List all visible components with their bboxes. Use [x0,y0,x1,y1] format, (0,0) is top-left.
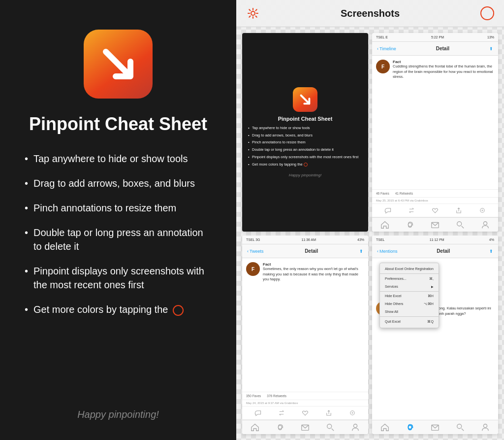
menu-shortcut: ⌥⌘H [424,302,434,306]
battery-2: 13% [487,35,494,39]
like-icon-2[interactable] [432,207,439,214]
nav-back-2[interactable]: ‹ Timeline [377,46,396,51]
at-tab-2[interactable] [406,220,414,229]
battery-3: 43% [357,238,364,241]
svg-point-4 [457,222,462,226]
retweet-icon-2[interactable] [408,207,415,214]
ss1-cheat-list: Tap anywhere to hide or show tools Drag … [248,126,362,169]
ss1-footer: Happy pinpointing! [289,173,321,177]
tweet-user-row-2: F Fact Cuddling strengthens the frontal … [376,60,494,80]
home-tab-2[interactable] [380,220,389,229]
retweets-2: 41 Retweets [395,192,413,195]
nav-back-4[interactable]: ‹ Mentions [377,249,398,254]
app-icon [84,30,153,99]
menu-label: Services [385,285,398,288]
list-item-color: Get more colors by tapping the [25,303,212,316]
tweet-content-2: F Fact Cuddling strengthens the frontal … [372,56,498,189]
bottom-tab-bar-4 [372,420,498,434]
menu-separator [380,273,439,274]
footer-text: Happy pinpointing! [77,399,159,420]
nav-bar-2: ‹ Timeline Detail ⬆ [372,42,498,56]
ss1-title: Pinpoint Cheat Sheet [278,116,333,122]
retweet-icon-3[interactable] [278,409,285,416]
ss1-item: Pinch annotations to resize them [248,140,362,145]
mail-tab-3[interactable] [301,423,310,432]
bottom-tab-bar-3 [242,420,368,434]
share-icon-3[interactable] [325,409,332,416]
faves-2: 46 Faves [376,192,389,195]
menu-label: Preferences... [385,277,407,281]
reply-icon-3[interactable] [254,409,261,416]
home-tab-3[interactable] [251,423,259,432]
faves-3: 350 Faves [246,394,261,398]
more-icon-3[interactable] [349,409,356,416]
search-tab-4[interactable] [456,423,465,432]
ss1-color-circle [304,163,308,167]
screenshots-title: Screenshots [341,8,400,19]
ss1-app-icon [293,87,317,112]
nav-action-3[interactable]: ⬆ [359,249,363,254]
reply-icon-2[interactable] [384,207,391,214]
nav-action-4[interactable]: ⬆ [489,249,493,254]
excel-menu-item-quit[interactable]: Quit Excel ⌘Q [380,318,439,326]
like-icon-3[interactable] [302,409,309,416]
ss1-item: Tap anywhere to hide or show tools [248,126,362,131]
excel-menu-item-prefs[interactable]: Preferences... ⌘, [380,275,439,283]
search-tab-2[interactable] [456,220,465,229]
nav-title-2: Detail [436,46,449,51]
gear-icon[interactable] [246,6,260,20]
excel-menu-item-about[interactable]: About Excel Online Registration [380,265,439,272]
search-tab-3[interactable] [326,423,335,432]
app-title: Pinpoint Cheat Sheet [29,113,207,135]
nav-bar-3: ‹ Tweets Detail ⬆ [242,244,368,258]
excel-menu-item-show[interactable]: Show All [380,308,439,315]
profile-tab-2[interactable] [481,220,490,229]
battery-4: 4% [489,238,494,241]
excel-menu-item-hide-others[interactable]: Hide Others ⌥⌘H [380,300,439,308]
nav-action-2[interactable]: ⬆ [489,46,493,51]
carrier-4: TSEL [376,238,385,241]
color-circle-icon[interactable] [173,305,184,316]
home-tab-4[interactable] [380,423,389,432]
time-4: 11:12 PM [430,238,444,241]
menu-separator [380,291,439,292]
ss1-item-color: Get more colors by tapping the [248,162,362,167]
nav-back-3[interactable]: ‹ Tweets [247,249,264,254]
tweet-text-block-2: Fact Cuddling strengthens the frontal lo… [393,60,494,80]
left-panel: Pinpoint Cheat Sheet Tap anywhere to hid… [0,0,236,440]
menu-label: Hide Others [385,302,403,306]
tweet-actions-3 [242,406,368,420]
screenshot-2: TSEL E 5:22 PM 13% ‹ Timeline Detail ⬆ F… [372,33,498,232]
list-item: Drag to add arrows, boxes, and blurs [25,176,212,190]
screenshot-4: TSEL 11:12 PM 4% ‹ Mentions Detail ⬆ Abo… [372,236,498,434]
excel-menu-item-services[interactable]: Services [380,283,439,290]
menu-shortcut: ⌘Q [427,320,433,324]
profile-tab-3[interactable] [351,423,360,432]
at-tab-4[interactable] [406,423,414,432]
tweet-actions-2 [372,203,498,217]
menu-separator [380,316,439,317]
mail-tab-4[interactable] [431,423,440,432]
tweet-avatar-2: F [376,60,390,73]
tweet-text-block-3: Fact Sometimes, the only reason why you … [263,262,364,282]
excel-menu-item-hide[interactable]: Hide Excel ⌘H [380,292,439,300]
profile-tab-4[interactable] [481,423,490,432]
color-picker-button[interactable] [480,6,494,20]
tweet-body-2: Cuddling strengthens the frontal lobe of… [393,64,494,80]
tweet-date-2: May 25, 2015 at 6:43 PM via Grabinbox [372,198,498,203]
svg-point-13 [457,424,462,429]
nav-title-3: Detail [305,248,318,254]
screenshot-3: TSEL 3G 11:36 AM 43% ‹ Tweets Detail ⬆ F… [242,236,368,434]
share-icon-2[interactable] [455,207,462,214]
list-item: Pinpoint displays only screenshots with … [25,264,212,292]
time-2: 5:22 PM [431,35,444,39]
more-icon-2[interactable] [479,207,486,214]
svg-point-5 [484,222,487,225]
ss1-item: Double tap or long press an annotation t… [248,147,362,152]
tweet-name-2: Fact [393,60,494,64]
tweet-stats-3: 350 Faves 376 Retweets [242,392,368,400]
at-tab-3[interactable] [276,423,284,432]
mail-tab-2[interactable] [431,220,440,229]
tweet-avatar-3: F [246,262,260,276]
menu-label: Hide Excel [385,294,401,298]
